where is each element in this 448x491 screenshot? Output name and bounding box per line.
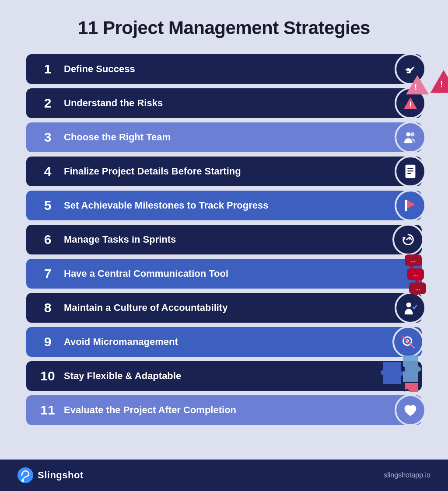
footer-brand-name: Slingshot: [38, 470, 84, 481]
strategy-number-6: 6: [37, 232, 59, 247]
svg-point-17: [21, 479, 24, 482]
strategy-row-7: 7 Have a Central Communication Tool ... …: [26, 259, 422, 289]
strategy-icon-5: [395, 190, 426, 221]
svg-point-11: [406, 303, 411, 307]
strategy-bar-7: 7 Have a Central Communication Tool: [26, 259, 422, 289]
strategy-row-3: 3 Choose the Right Team: [26, 122, 422, 152]
strategy-bar-3: 3 Choose the Right Team: [26, 122, 422, 152]
slingshot-logo-icon: [18, 467, 33, 483]
strategy-text-9: Avoid Micromanagement: [64, 336, 178, 348]
strategy-icon-8: [395, 292, 426, 324]
footer-brand: Slingshot: [18, 467, 84, 483]
strategy-number-5: 5: [37, 198, 59, 213]
strategy-bar-5: 5 Set Achievable Milestones to Track Pro…: [26, 191, 422, 220]
main-content: 11 Project Management Strategies 1 Defin…: [0, 0, 448, 460]
strategy-bar-10: 10 Stay Flexible & Adaptable: [26, 361, 422, 391]
strategy-text-7: Have a Central Communication Tool: [64, 268, 228, 279]
strategy-number-8: 8: [37, 300, 59, 315]
strategy-text-6: Manage Tasks in Sprints: [64, 234, 176, 245]
page-title: 11 Project Management Strategies: [78, 17, 370, 38]
svg-marker-8: [406, 200, 416, 209]
strategy-number-3: 3: [37, 130, 59, 145]
strategy-bar-11: 11 Evaluate the Project After Completion: [26, 395, 422, 425]
strategy-bar-1: 1 Define Success: [26, 54, 422, 84]
strategy-text-8: Maintain a Culture of Accountability: [64, 302, 228, 313]
svg-rect-9: [405, 200, 407, 212]
strategy-icon-4: [395, 156, 426, 187]
strategy-number-7: 7: [37, 266, 59, 281]
strategy-text-11: Evaluate the Project After Completion: [64, 404, 236, 416]
strategy-text-2: Understand the Risks: [64, 98, 163, 109]
svg-text:!: !: [409, 101, 412, 109]
strategy-bar-4: 4 Finalize Project Details Before Starti…: [26, 157, 422, 186]
chat-bubble-decoration: ... ... ...: [400, 254, 426, 294]
footer: Slingshot slingshotapp.io: [0, 460, 448, 491]
strategy-row-5: 5 Set Achievable Milestones to Track Pro…: [26, 191, 422, 220]
strategy-row-8: 8 Maintain a Culture of Accountability: [26, 293, 422, 323]
puzzle-decoration: [379, 353, 427, 394]
warning-decorations: ! !: [406, 75, 448, 94]
strategy-bar-2: 2 Understand the Risks: [26, 88, 422, 118]
strategy-number-11: 11: [37, 403, 59, 418]
strategy-row-4: 4 Finalize Project Details Before Starti…: [26, 157, 422, 186]
svg-point-16: [18, 467, 33, 483]
strategy-number-2: 2: [37, 96, 59, 111]
strategy-number-10: 10: [37, 369, 59, 383]
strategy-text-5: Set Achievable Milestones to Track Progr…: [64, 200, 268, 211]
footer-url: slingshotapp.io: [384, 471, 430, 479]
strategy-row-10: 10 Stay Flexible & Adaptable: [26, 361, 422, 391]
strategy-number-4: 4: [37, 164, 59, 179]
strategy-icon-3: [395, 122, 426, 153]
svg-point-2: [406, 132, 411, 137]
strategy-row-2: 2 Understand the Risks ! ! !: [26, 88, 422, 118]
strategy-icon-6: [392, 224, 424, 255]
svg-line-15: [402, 336, 414, 348]
strategy-text-10: Stay Flexible & Adaptable: [64, 370, 181, 382]
strategy-bar-6: 6 Manage Tasks in Sprints: [26, 225, 422, 254]
strategy-bar-8: 8 Maintain a Culture of Accountability: [26, 293, 422, 323]
strategies-list: 1 Define Success 2 Understand the Risks …: [26, 54, 422, 425]
strategy-text-4: Finalize Project Details Before Starting: [64, 166, 241, 177]
strategy-bar-9: 9 Avoid Micromanagement: [26, 327, 422, 357]
strategy-row-1: 1 Define Success: [26, 54, 422, 84]
strategy-icon-11: [395, 394, 426, 426]
strategy-text-3: Choose the Right Team: [64, 132, 171, 143]
strategy-number-9: 9: [37, 334, 59, 349]
strategy-number-1: 1: [37, 62, 59, 77]
strategy-row-9: 9 Avoid Micromanagement: [26, 327, 422, 357]
strategy-row-11: 11 Evaluate the Project After Completion: [26, 395, 422, 425]
strategy-row-6: 6 Manage Tasks in Sprints: [26, 225, 422, 254]
strategy-text-1: Define Success: [64, 63, 135, 75]
svg-point-3: [410, 132, 415, 137]
